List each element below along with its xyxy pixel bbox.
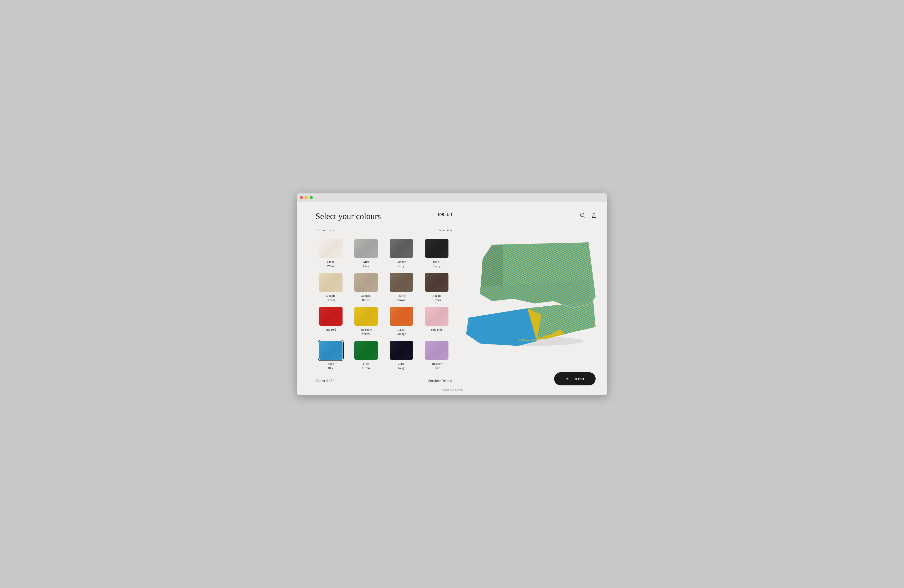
colour-swatch-pale-pink[interactable]: Pale Pink [421,307,452,336]
colour-swatch-black-sheep[interactable]: Black Sheep [421,239,452,268]
colour-swatch-field-green[interactable]: Field Green [351,341,381,370]
swatch-label-double-cream: Double Cream [326,294,335,302]
swatch-oatmeal-brown [354,273,378,292]
price-display: £90.00 [438,211,452,218]
colour2-label: Colour 2 of 2 [316,379,334,383]
colour-swatch-double-cream[interactable]: Double Cream [316,273,346,302]
swatch-field-green [354,341,378,360]
right-panel: Add to cart [461,211,598,385]
colour1-selected: Skye Blue [438,228,452,232]
swatch-label-mist-grey: Mist Grey [363,260,369,268]
colour-swatch-granite-grey[interactable]: Granite Grey [386,239,417,268]
swatch-cloud-white [319,239,343,258]
swatch-label-truffle-brown: Truffle Brown [397,294,406,302]
swatch-pale-pink [425,307,449,326]
swatch-label-pale-pink: Pale Pink [431,328,443,332]
header-icons [578,211,598,221]
minimize-button[interactable] [305,196,308,199]
zoom-icon-button[interactable] [578,211,587,221]
swatch-double-cream [319,273,343,292]
powered-by-footer: Powered by Kickflip [441,388,463,391]
add-to-cart-area: Add to cart [461,372,598,385]
swatch-label-black-sheep: Black Sheep [433,260,441,268]
colour1-label: Colour 1 of 2 [316,228,334,232]
swatch-label-carrot-orange: Carrot Orange [397,328,406,336]
colour-swatch-truffle-brown[interactable]: Truffle Brown [386,273,417,302]
colour1-section: Colour 1 of 2 Skye Blue Cloud WhiteMist … [316,228,452,370]
swatch-mist-grey [354,239,378,258]
swatch-haggis-brown [425,273,449,292]
colour-grid: Cloud WhiteMist GreyGranite GreyBlack Sh… [316,239,452,370]
colour2-header: Colour 2 of 2 Sunshine Yellow [316,379,452,383]
colour-swatch-dark-navy[interactable]: Dark Navy [386,341,417,370]
app-window: Select your colours £90.00 Colour 1 of 2… [297,194,607,395]
swatch-label-fire-red: Fire Red [326,328,336,332]
swatch-label-sunshine-yellow: Sunshine Yellow [360,328,372,336]
swatch-skye-blue [319,341,343,360]
colour-swatch-cloud-white[interactable]: Cloud White [316,239,346,268]
swatch-label-oatmeal-brown: Oatmeal Brown [361,294,371,302]
svg-line-1 [583,216,585,218]
swatch-label-haggis-brown: Haggis Brown [433,294,441,302]
share-icon-button[interactable] [590,211,598,221]
colour-swatch-haggis-brown[interactable]: Haggis Brown [421,273,452,302]
swatch-label-skye-blue: Skye Blue [328,362,334,370]
product-image-area [461,211,598,367]
add-to-cart-button[interactable]: Add to cart [554,372,596,385]
title-bar [297,194,607,202]
colour2-section: Colour 2 of 2 Sunshine Yellow [316,375,452,383]
swatch-heather-lilac [425,341,449,360]
swatch-label-cloud-white: Cloud White [327,260,335,268]
colour-swatch-skye-blue[interactable]: Skye Blue [316,341,346,370]
maximize-button[interactable] [310,196,313,199]
colour-swatch-mist-grey[interactable]: Mist Grey [351,239,381,268]
swatch-truffle-brown [390,273,413,292]
swatch-label-dark-navy: Dark Navy [398,362,405,370]
colour2-selected: Sunshine Yellow [428,379,452,383]
main-content: Select your colours £90.00 Colour 1 of 2… [297,202,607,395]
swatch-dark-navy [390,341,413,360]
close-button[interactable] [300,196,303,199]
swatch-fire-red [319,307,343,326]
swatch-black-sheep [425,239,449,258]
swatch-label-granite-grey: Granite Grey [397,260,406,268]
left-panel: Select your colours £90.00 Colour 1 of 2… [316,211,452,385]
colour-swatch-carrot-orange[interactable]: Carrot Orange [386,307,417,336]
colour-swatch-fire-red[interactable]: Fire Red [316,307,346,336]
swatch-sunshine-yellow [354,307,378,326]
page-title: Select your colours [316,211,381,221]
colour-swatch-heather-lilac[interactable]: Heather Lilac [421,341,452,370]
title-row: Select your colours £90.00 [316,211,452,221]
swatch-granite-grey [390,239,413,258]
swatch-label-field-green: Field Green [362,362,370,370]
swatch-carrot-orange [390,307,413,326]
colour-swatch-sunshine-yellow[interactable]: Sunshine Yellow [351,307,381,336]
scarf-image [461,240,598,353]
colour1-header: Colour 1 of 2 Skye Blue [316,228,452,232]
colour-swatch-oatmeal-brown[interactable]: Oatmeal Brown [351,273,381,302]
swatch-label-heather-lilac: Heather Lilac [432,362,441,370]
